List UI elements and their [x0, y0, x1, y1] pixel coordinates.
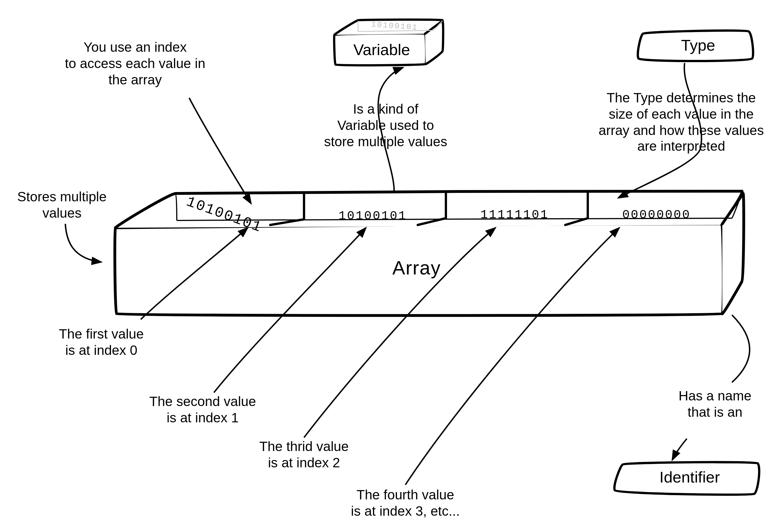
type-box-label: Type: [670, 36, 726, 55]
annotation-idx0: The first value is at index 0: [34, 326, 169, 359]
annotation-stores-multiple: Stores multiple values: [0, 189, 124, 221]
binary-cell2: 11111101: [453, 208, 576, 223]
annotation-index-access: You use an index to access each value in…: [34, 39, 237, 88]
binary-cell3: 00000000: [595, 208, 718, 223]
annotation-idx2: The thrid value is at index 2: [225, 439, 383, 471]
identifier-box-label: Identifier: [648, 468, 732, 487]
annotation-is-kind-of: Is a kind of Variable used to store mult…: [298, 101, 473, 150]
annotation-has-name: Has a name that is an: [653, 388, 773, 420]
array-title: Array: [372, 256, 462, 279]
annotation-idx1: The second value is at index 1: [124, 394, 282, 426]
annotation-idx3: The fourth value is at index 3, etc...: [315, 487, 495, 519]
variable-box-label: Variable: [342, 40, 421, 59]
annotation-type-determines: The Type determines the size of each val…: [586, 90, 773, 155]
binary-cell1: 10100101: [311, 209, 435, 224]
